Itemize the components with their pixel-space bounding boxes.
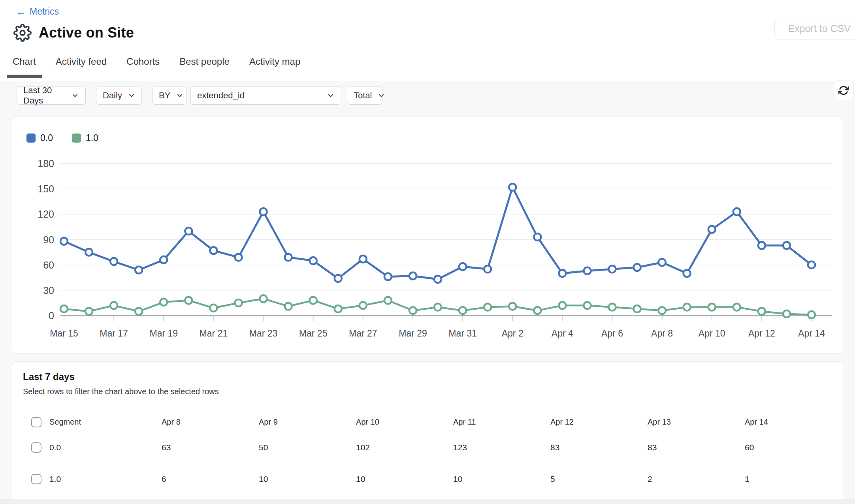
by-dropdown[interactable]: BY <box>152 86 187 105</box>
refresh-icon <box>838 85 849 96</box>
column-header-date: Apr 12 <box>550 417 648 427</box>
svg-text:0: 0 <box>49 310 54 321</box>
chevron-down-icon <box>327 92 335 100</box>
cell-value: 10 <box>453 474 550 484</box>
row-checkbox-cell <box>31 474 49 484</box>
svg-text:60: 60 <box>43 260 54 271</box>
tab-cohorts[interactable]: Cohorts <box>126 56 160 78</box>
svg-text:Mar 27: Mar 27 <box>349 328 377 339</box>
footer-strip <box>0 499 855 504</box>
svg-text:Mar 21: Mar 21 <box>200 328 228 339</box>
tab-bar: Chart Activity feed Cohorts Best people … <box>12 56 301 78</box>
tab-activity-map[interactable]: Activity map <box>249 56 301 78</box>
refresh-button[interactable] <box>834 81 853 100</box>
svg-text:Mar 23: Mar 23 <box>249 328 278 339</box>
back-arrow-icon: ← <box>16 7 26 17</box>
tab-activity-feed[interactable]: Activity feed <box>55 56 107 78</box>
svg-text:Mar 31: Mar 31 <box>448 328 477 339</box>
cell-value: 60 <box>745 443 842 452</box>
svg-text:Apr 6: Apr 6 <box>601 328 623 339</box>
svg-text:Apr 2: Apr 2 <box>502 328 524 339</box>
granularity-dropdown[interactable]: Daily <box>96 86 142 105</box>
svg-text:90: 90 <box>43 234 54 245</box>
column-header-date: Apr 14 <box>745 417 842 427</box>
legend-item-0[interactable]: 0.0 <box>26 133 53 143</box>
cell-value: 83 <box>550 443 648 452</box>
svg-text:Apr 12: Apr 12 <box>748 328 775 339</box>
cell-value: 6 <box>162 474 259 484</box>
tab-chart[interactable]: Chart <box>12 56 37 78</box>
chart-svg: 0306090120150180Mar 15Mar 17Mar 19Mar 21… <box>12 117 842 353</box>
column-header-segment: Segment <box>49 417 162 427</box>
content-area: Last 30 Days Daily BY extended_id Total <box>0 81 855 499</box>
svg-text:Mar 25: Mar 25 <box>299 328 328 339</box>
svg-text:Mar 17: Mar 17 <box>100 328 128 339</box>
gear-icon <box>13 24 32 42</box>
filter-bar: Last 30 Days Daily BY extended_id Total <box>17 86 382 105</box>
svg-text:Apr 14: Apr 14 <box>798 328 825 339</box>
column-header-date: Apr 8 <box>162 417 259 427</box>
page-title: Active on Site <box>39 24 134 41</box>
back-link-label: Metrics <box>30 6 59 17</box>
row-checkbox-cell <box>31 417 49 427</box>
svg-text:120: 120 <box>38 209 54 220</box>
cell-value: 2 <box>648 474 745 484</box>
chevron-down-icon <box>128 92 136 100</box>
svg-text:30: 30 <box>43 285 54 296</box>
cell-value: 123 <box>453 443 550 452</box>
chevron-down-icon <box>71 92 79 100</box>
cell-value: 50 <box>259 443 356 452</box>
svg-text:Mar 29: Mar 29 <box>399 328 427 339</box>
aggregation-dropdown[interactable]: Total <box>347 86 382 105</box>
back-to-metrics-link[interactable]: ← Metrics <box>16 6 59 17</box>
legend-swatch <box>26 134 36 143</box>
svg-text:Mar 19: Mar 19 <box>149 328 178 339</box>
column-header-date: Apr 10 <box>356 417 453 427</box>
export-csv-button[interactable]: Export to CSV <box>774 17 855 40</box>
cell-value: 102 <box>356 443 453 452</box>
row-checkbox[interactable] <box>31 417 41 427</box>
column-header-date: Apr 13 <box>648 417 745 427</box>
cell-value: 5 <box>550 474 648 484</box>
cell-segment: 1.0 <box>49 474 162 484</box>
chart-legend: 0.0 1.0 <box>26 133 98 143</box>
svg-text:Mar 15: Mar 15 <box>50 328 78 339</box>
legend-label: 1.0 <box>86 133 98 143</box>
table-subtitle: Select rows to filter the chart above to… <box>23 387 219 396</box>
segments-table-panel: Last 7 days Select rows to filter the ch… <box>12 361 843 501</box>
metrics-page: ← Metrics Export to CSV Active on Site C… <box>0 0 855 504</box>
table-row[interactable]: 1.06101010521 <box>31 463 839 495</box>
column-header-date: Apr 9 <box>259 417 356 427</box>
chart-panel: 0.0 1.0 0306090120150180Mar 15Mar 17Mar … <box>12 117 843 354</box>
date-range-dropdown[interactable]: Last 30 Days <box>17 86 86 105</box>
legend-label: 0.0 <box>40 133 53 143</box>
row-checkbox-cell <box>31 442 49 453</box>
svg-text:180: 180 <box>38 158 54 169</box>
svg-text:150: 150 <box>38 183 54 194</box>
table-header-row: SegmentApr 8Apr 9Apr 10Apr 11Apr 12Apr 1… <box>31 412 839 432</box>
cell-value: 63 <box>162 443 259 452</box>
row-checkbox[interactable] <box>31 474 41 484</box>
row-checkbox[interactable] <box>31 442 41 453</box>
chevron-down-icon <box>377 92 385 100</box>
svg-text:Apr 4: Apr 4 <box>552 328 573 339</box>
column-header-date: Apr 11 <box>453 417 550 427</box>
title-row: Active on Site <box>13 24 134 42</box>
cell-value: 83 <box>648 443 745 452</box>
cell-value: 1 <box>745 474 842 484</box>
table-title: Last 7 days <box>23 371 75 382</box>
page-header: ← Metrics Export to CSV Active on Site C… <box>0 0 855 81</box>
legend-swatch <box>72 134 81 143</box>
cell-value: 10 <box>356 474 453 484</box>
chevron-down-icon <box>176 92 184 100</box>
table-row[interactable]: 0.06350102123838360 <box>31 432 839 463</box>
active-tab-underline <box>7 75 42 78</box>
breakdown-property-dropdown[interactable]: extended_id <box>190 86 341 105</box>
svg-text:Apr 8: Apr 8 <box>651 328 673 339</box>
tab-best-people[interactable]: Best people <box>179 56 230 78</box>
legend-item-1[interactable]: 1.0 <box>72 133 98 143</box>
cell-segment: 0.0 <box>49 443 162 452</box>
svg-text:Apr 10: Apr 10 <box>699 328 725 339</box>
cell-value: 10 <box>259 474 356 484</box>
segments-table: SegmentApr 8Apr 9Apr 10Apr 11Apr 12Apr 1… <box>31 412 839 495</box>
